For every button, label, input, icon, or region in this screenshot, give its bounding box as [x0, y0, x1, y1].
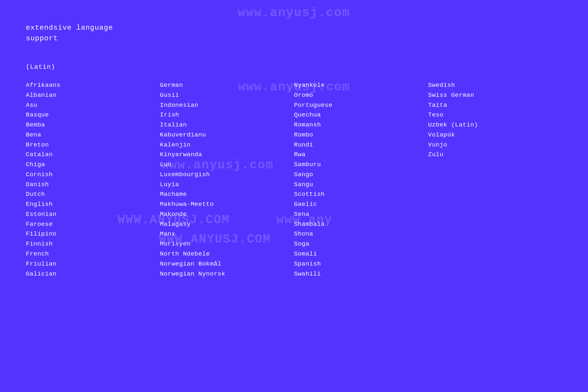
language-item: Rombo — [294, 130, 428, 140]
language-item: Nyankole — [294, 80, 428, 90]
language-item: Gusii — [160, 90, 294, 100]
header: extendsive language support — [0, 0, 588, 44]
language-item: Volapük — [428, 130, 562, 140]
language-item: Shambala — [294, 219, 428, 229]
language-item: Norwegian Bokmål — [160, 259, 294, 269]
language-item: Zulu — [428, 150, 562, 160]
language-item: Kinyarwanda — [160, 150, 294, 160]
language-item: Finnish — [26, 239, 160, 249]
language-item: Galician — [26, 269, 160, 279]
language-item: Filipino — [26, 229, 160, 239]
language-item: Machame — [160, 189, 294, 199]
language-item: Italian — [160, 120, 294, 130]
language-item: Rwa — [294, 150, 428, 160]
language-item: Afrikaans — [26, 80, 160, 90]
language-item: Spanish — [294, 259, 428, 269]
language-column-1: AfrikaansAlbanianAsuBasqueBembaBenaBreto… — [26, 80, 160, 279]
language-item: Taita — [428, 100, 562, 110]
language-item: Kabuverdianu — [160, 130, 294, 140]
language-item: Bemba — [26, 120, 160, 130]
language-item: Rundi — [294, 140, 428, 150]
language-item: Indonesian — [160, 100, 294, 110]
title-line2: support — [26, 35, 58, 43]
language-column-3: NyankoleOromoPortugueseQuechuaRomanshRom… — [294, 80, 428, 279]
language-item: Albanian — [26, 90, 160, 100]
subtitle: (Latin) — [0, 44, 588, 71]
language-item: Cornish — [26, 170, 160, 180]
language-item: Gaelic — [294, 199, 428, 209]
languages-grid: AfrikaansAlbanianAsuBasqueBembaBenaBreto… — [0, 71, 588, 292]
language-item: Sango — [294, 170, 428, 180]
language-item: Swahili — [294, 269, 428, 279]
language-item: Luxembourgish — [160, 170, 294, 180]
header-title: extendsive language support — [26, 23, 562, 44]
language-item: Samburu — [294, 160, 428, 170]
language-item: Sena — [294, 209, 428, 219]
language-item: French — [26, 249, 160, 259]
language-item: Catalan — [26, 150, 160, 160]
language-item: Bena — [26, 130, 160, 140]
title-line1: extendsive language — [26, 24, 113, 32]
language-item: Manx — [160, 229, 294, 239]
language-item: Friulian — [26, 259, 160, 269]
language-item: Sangu — [294, 180, 428, 190]
language-item: Portuguese — [294, 100, 428, 110]
language-item: Somali — [294, 249, 428, 259]
language-item: German — [160, 80, 294, 90]
language-column-4: SwedishSwiss GermanTaitaTesoUzbek (Latin… — [428, 80, 562, 279]
language-item: Danish — [26, 180, 160, 190]
language-item: Irish — [160, 110, 294, 120]
language-item: Teso — [428, 110, 562, 120]
language-item: Faroese — [26, 219, 160, 229]
language-item: Soga — [294, 239, 428, 249]
language-item: Swedish — [428, 80, 562, 90]
language-item: Makhuwa-Meetto — [160, 199, 294, 209]
language-column-2: GermanGusiiIndonesianIrishItalianKabuver… — [160, 80, 294, 279]
language-item: Norwegian Nynorsk — [160, 269, 294, 279]
language-item: Kalenjin — [160, 140, 294, 150]
language-item: Shona — [294, 229, 428, 239]
language-item: Malagasy — [160, 219, 294, 229]
language-item: Breton — [26, 140, 160, 150]
language-item: Morisyen — [160, 239, 294, 249]
language-item: Luyia — [160, 180, 294, 190]
language-item: North Ndebele — [160, 249, 294, 259]
language-item: English — [26, 199, 160, 209]
language-item: Luo — [160, 160, 294, 170]
language-item: Quechua — [294, 110, 428, 120]
language-item: Basque — [26, 110, 160, 120]
language-item: Makonde — [160, 209, 294, 219]
language-item: Asu — [26, 100, 160, 110]
language-item: Estonian — [26, 209, 160, 219]
language-item: Scottish — [294, 189, 428, 199]
language-item: Vunjo — [428, 140, 562, 150]
language-item: Oromo — [294, 90, 428, 100]
language-item: Swiss German — [428, 90, 562, 100]
language-item: Dutch — [26, 189, 160, 199]
language-item: Uzbek (Latin) — [428, 120, 562, 130]
language-item: Chiga — [26, 160, 160, 170]
language-item: Romansh — [294, 120, 428, 130]
